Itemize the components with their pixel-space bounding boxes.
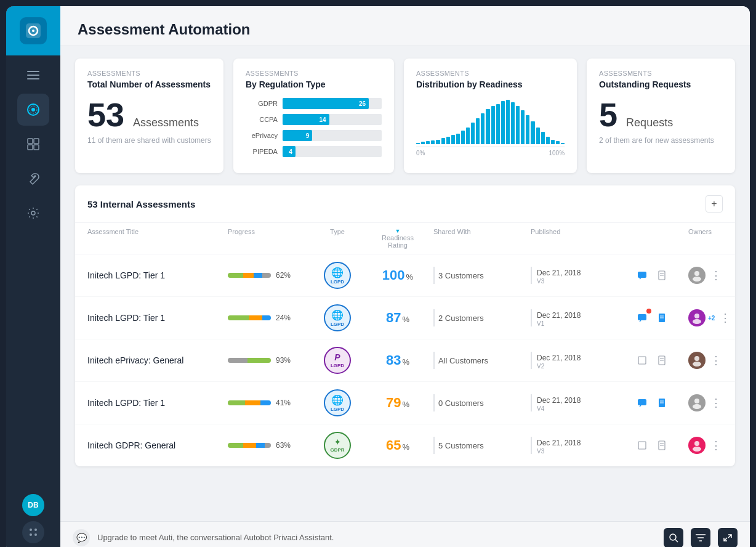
sidebar-logo — [6, 6, 60, 55]
sidebar-bottom: DB — [22, 494, 44, 547]
check-icon-5[interactable] — [634, 437, 650, 453]
svg-point-28 — [694, 314, 699, 318]
dist-chart — [416, 98, 565, 147]
dist-axis: 0% 100% — [416, 150, 565, 156]
svg-rect-30 — [638, 357, 646, 364]
progress-cell-2: 24% — [228, 314, 308, 322]
shared-5: 5 Customers — [433, 437, 526, 454]
chat-icon-1[interactable] — [634, 267, 650, 283]
svg-rect-42 — [638, 442, 646, 449]
dist-bar — [541, 132, 545, 144]
check-icon-3[interactable] — [634, 352, 650, 368]
svg-rect-12 — [34, 145, 39, 150]
filter-button[interactable] — [691, 528, 710, 548]
published-3: Dec 21, 2018 V2 — [531, 352, 629, 370]
stat-card-distribution: Assessments Distribution by Readiness 0%… — [404, 59, 577, 173]
bar-chart: GDPR 26 CCPA 14 ePrivacy — [246, 98, 382, 157]
svg-rect-3 — [27, 71, 39, 72]
dist-bar — [516, 106, 520, 144]
doc-icon-5[interactable] — [654, 437, 670, 453]
owner-avatar-3 — [688, 352, 706, 369]
row-menu-1[interactable]: ⋮ — [708, 269, 724, 282]
stat-unit-outstanding: Requests — [626, 116, 673, 129]
type-badge-2: 🌐 LGPD — [324, 304, 351, 331]
actions-5 — [634, 437, 683, 453]
table-row: Initech LGPD: Tier 1 62% — [75, 254, 735, 297]
stat-title-regulation: By Regulation Type — [246, 79, 382, 89]
sidebar-item-tools[interactable] — [17, 163, 49, 195]
dist-bar — [446, 137, 450, 144]
type-badge-4: 🌐 LGPD — [324, 389, 351, 416]
sidebar-item-privacy[interactable] — [17, 94, 49, 126]
dist-bar — [556, 141, 560, 144]
plus-badge-2: +2 — [708, 315, 715, 322]
sidebar: DB — [6, 6, 60, 547]
sidebar-nav — [6, 94, 60, 494]
row-menu-2[interactable]: ⋮ — [717, 311, 733, 325]
add-button[interactable]: + — [706, 195, 723, 213]
table-column-headers: Assessment Title Progress Type ▼ Readine… — [75, 223, 735, 254]
dist-bar — [481, 113, 485, 144]
table-row: Initech GDPR: General 63% — [75, 424, 735, 466]
owners-5: ⋮ — [688, 437, 735, 454]
stat-number-total: 53 — [87, 98, 124, 131]
doc-icon-2[interactable] — [654, 310, 670, 326]
sidebar-item-settings[interactable] — [17, 197, 49, 229]
svg-point-47 — [693, 447, 701, 452]
svg-point-23 — [693, 277, 701, 282]
row-menu-3[interactable]: ⋮ — [708, 354, 724, 367]
dist-bar — [456, 134, 460, 144]
readiness-4: 79 % — [367, 395, 428, 411]
type-badge-3: P LGPD — [324, 347, 351, 374]
col-header-published: Published — [531, 228, 629, 249]
dist-bar — [506, 100, 510, 144]
sidebar-item-dashboard[interactable] — [17, 128, 49, 160]
published-1: Dec 21, 2018 V3 — [531, 267, 629, 285]
row-title-3: Initech ePrivacy: General — [87, 355, 223, 365]
dist-bar — [466, 128, 470, 144]
published-4: Dec 21, 2018 V4 — [531, 394, 629, 412]
content-area: Assessments Total Number of Assessments … — [60, 46, 750, 521]
notification-dot — [646, 309, 651, 314]
row-menu-4[interactable]: ⋮ — [708, 396, 724, 410]
dist-bar — [416, 143, 420, 144]
stat-title-total: Total Number of Assessments — [87, 79, 211, 89]
chat-bubble-icon: 💬 — [73, 529, 90, 546]
col-header-actions — [634, 228, 683, 249]
col-header-title: Assessment Title — [87, 228, 223, 249]
actions-4 — [634, 395, 683, 411]
stats-row: Assessments Total Number of Assessments … — [75, 59, 735, 173]
dist-bar — [441, 138, 445, 144]
svg-point-48 — [670, 534, 676, 540]
dist-bar — [561, 143, 565, 144]
shared-4: 0 Customers — [433, 394, 526, 411]
main-content: Assessment Automation Assessments Total … — [60, 6, 750, 547]
expand-button[interactable] — [718, 528, 738, 548]
logo-icon — [20, 17, 47, 44]
doc-icon-1[interactable] — [654, 267, 670, 283]
doc-icon-3[interactable] — [654, 352, 670, 368]
row-title-5: Initech GDPR: General — [87, 440, 223, 450]
col-header-readiness: ▼ Readiness Rating — [367, 228, 428, 249]
assessments-table: 53 Internal Assessments + Assessment Tit… — [75, 185, 735, 466]
svg-point-22 — [694, 271, 699, 276]
svg-rect-4 — [27, 75, 39, 76]
search-button[interactable] — [664, 528, 683, 548]
progress-cell-4: 41% — [228, 399, 308, 407]
stat-number-outstanding: 5 — [599, 98, 617, 131]
stat-unit-total: Assessments — [133, 116, 199, 129]
svg-line-49 — [675, 540, 678, 542]
chat-icon-4[interactable] — [634, 395, 650, 411]
user-avatar[interactable]: DB — [22, 494, 44, 516]
doc-icon-4[interactable] — [654, 395, 670, 411]
menu-toggle[interactable] — [6, 62, 60, 89]
owner-avatar-4 — [688, 394, 706, 411]
sidebar-apps[interactable] — [22, 521, 44, 543]
readiness-5: 65 % — [367, 437, 428, 453]
svg-rect-11 — [28, 145, 33, 150]
svg-point-13 — [31, 211, 35, 215]
progress-cell-1: 62% — [228, 271, 308, 280]
type-badge-5: ✦ GDPR — [324, 432, 351, 459]
stat-card-regulation: Assessments By Regulation Type GDPR 26 C… — [233, 59, 394, 173]
row-menu-5[interactable]: ⋮ — [708, 439, 724, 452]
